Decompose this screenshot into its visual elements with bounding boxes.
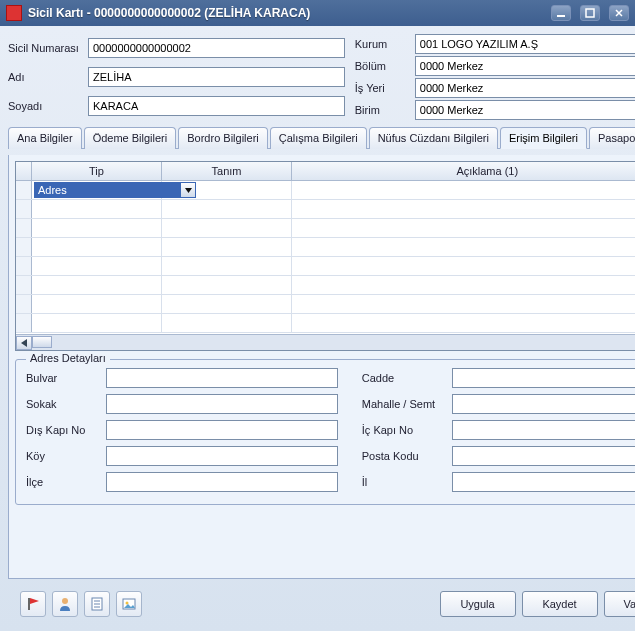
aciklama-cell[interactable] [292, 181, 635, 199]
tab-calisma-bilgileri[interactable]: Çalışma Bilgileri [270, 127, 367, 149]
svg-point-18 [126, 602, 129, 605]
document-icon [89, 596, 105, 612]
ilce-input[interactable] [106, 472, 338, 492]
bolum-input[interactable] [415, 56, 635, 76]
tab-nufus-bilgileri[interactable]: Nüfus Cüzdanı Bilgileri [369, 127, 498, 149]
adi-label: Adı [8, 71, 88, 83]
svg-rect-0 [557, 15, 565, 17]
contact-grid: Tip Tanım Açıklama (1) [15, 161, 635, 351]
grid-row[interactable] [16, 181, 635, 200]
grid-row[interactable] [16, 314, 635, 333]
il-input[interactable] [452, 472, 635, 492]
mahalle-label: Mahalle / Semt [362, 398, 452, 410]
birim-input[interactable] [415, 100, 635, 120]
picture-button[interactable] [116, 591, 142, 617]
tab-odeme-bilgileri[interactable]: Ödeme Bilgileri [84, 127, 177, 149]
minimize-button[interactable] [551, 5, 571, 21]
tab-body: Tip Tanım Açıklama (1) [8, 155, 635, 579]
grid-row[interactable] [16, 295, 635, 314]
scroll-left-button[interactable] [16, 336, 32, 350]
titlebar[interactable]: Sicil Kartı - 0000000000000002 (ZELİHA K… [0, 0, 635, 26]
address-left-col: Bulvar Sokak Dış Kapı No Köy İlçe [26, 368, 338, 492]
tabs: Ana Bilgiler Ödeme Bilgileri Bordro Bilg… [8, 126, 635, 149]
bulvar-label: Bulvar [26, 372, 106, 384]
scroll-track[interactable] [32, 336, 635, 350]
svg-rect-1 [586, 9, 594, 17]
koy-input[interactable] [106, 446, 338, 466]
apply-button[interactable]: Uygula [440, 591, 516, 617]
address-details-fieldset: Adres Detayları Bulvar Sokak Dış Kapı No… [15, 359, 635, 505]
address-right-col: Cadde Mahalle / Semt İç Kapı No Posta Ko… [362, 368, 635, 492]
top-form: Sicil Numarası Adı Soyadı Kurum Bölüm İş… [8, 34, 635, 120]
koy-label: Köy [26, 450, 106, 462]
sokak-input[interactable] [106, 394, 338, 414]
svg-point-12 [62, 598, 68, 604]
bulvar-input[interactable] [106, 368, 338, 388]
posta-label: Posta Kodu [362, 450, 452, 462]
ic-kapi-input[interactable] [452, 420, 635, 440]
row-header[interactable] [16, 181, 32, 199]
kurum-input[interactable] [415, 34, 635, 54]
grid-corner [16, 162, 32, 180]
posta-input[interactable] [452, 446, 635, 466]
grid-row[interactable] [16, 200, 635, 219]
tanim-cell[interactable] [162, 181, 292, 199]
top-form-right: Kurum Bölüm İş Yeri Birim [355, 34, 635, 120]
grid-row[interactable] [16, 238, 635, 257]
tab-erisim-bilgileri[interactable]: Erişim Bilgileri [500, 127, 587, 149]
top-form-left: Sicil Numarası Adı Soyadı [8, 34, 345, 120]
flag-button[interactable] [20, 591, 46, 617]
cancel-button[interactable]: Vazgeç [604, 591, 635, 617]
grid-row[interactable] [16, 219, 635, 238]
tab-pasaport-bilgileri[interactable]: Pasaport Bilgileri [589, 127, 635, 149]
grid-header-tanim[interactable]: Tanım [162, 162, 292, 180]
soyadi-label: Soyadı [8, 100, 88, 112]
adi-input[interactable] [88, 67, 345, 87]
scroll-thumb[interactable] [32, 336, 52, 348]
bolum-label: Bölüm [355, 60, 415, 72]
isyeri-label: İş Yeri [355, 82, 415, 94]
content-area: Sicil Numarası Adı Soyadı Kurum Bölüm İş… [0, 26, 635, 631]
grid-row[interactable] [16, 257, 635, 276]
app-icon [6, 5, 22, 21]
grid-h-scrollbar[interactable] [16, 334, 635, 350]
sokak-label: Sokak [26, 398, 106, 410]
svg-rect-11 [28, 598, 30, 610]
cadde-input[interactable] [452, 368, 635, 388]
bottom-bar: Uygula Kaydet Vazgeç [8, 585, 635, 623]
maximize-button[interactable] [580, 5, 600, 21]
chevron-left-icon [21, 339, 27, 347]
birim-label: Birim [355, 104, 415, 116]
picture-icon [121, 596, 137, 612]
grid-header-aciklama[interactable]: Açıklama (1) [292, 162, 635, 180]
window-title: Sicil Kartı - 0000000000000002 (ZELİHA K… [28, 6, 542, 20]
close-button[interactable] [609, 5, 629, 21]
save-button[interactable]: Kaydet [522, 591, 598, 617]
ilce-label: İlçe [26, 476, 106, 488]
tip-cell-input[interactable] [34, 182, 180, 198]
grid-header: Tip Tanım Açıklama (1) [16, 162, 635, 181]
tab-bordro-bilgileri[interactable]: Bordro Bilgileri [178, 127, 268, 149]
grid-row[interactable] [16, 276, 635, 295]
isyeri-input[interactable] [415, 78, 635, 98]
sicil-input[interactable] [88, 38, 345, 58]
mahalle-input[interactable] [452, 394, 635, 414]
svg-marker-9 [21, 339, 27, 347]
grid-body [16, 181, 635, 334]
main-column: Sicil Numarası Adı Soyadı Kurum Bölüm İş… [8, 34, 635, 623]
il-label: İl [362, 476, 452, 488]
flag-icon [25, 596, 41, 612]
ic-kapi-label: İç Kapı No [362, 424, 452, 436]
tab-ana-bilgiler[interactable]: Ana Bilgiler [8, 127, 82, 149]
document-button[interactable] [84, 591, 110, 617]
dis-kapi-input[interactable] [106, 420, 338, 440]
fieldset-legend: Adres Detayları [26, 352, 110, 364]
person-button[interactable] [52, 591, 78, 617]
person-icon [57, 596, 73, 612]
registry-card-window: Sicil Kartı - 0000000000000002 (ZELİHA K… [0, 0, 635, 631]
grid-header-tip[interactable]: Tip [32, 162, 162, 180]
sicil-label: Sicil Numarası [8, 42, 88, 54]
kurum-label: Kurum [355, 38, 415, 50]
cadde-label: Cadde [362, 372, 452, 384]
soyadi-input[interactable] [88, 96, 345, 116]
